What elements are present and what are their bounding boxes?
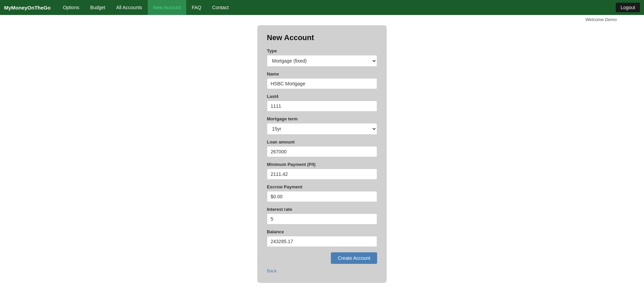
loan-amount-input[interactable] xyxy=(267,146,377,157)
brand-logo: MyMoneyOnTheGo xyxy=(4,5,51,11)
mortgage-term-select[interactable]: 10yr 15yr 20yr 25yr 30yr xyxy=(267,123,377,135)
type-label: Type xyxy=(267,48,377,53)
mortgage-term-label: Mortgage term xyxy=(267,116,377,121)
main-content: New Account Type Mortgage (fixed) Checki… xyxy=(0,15,644,297)
min-payment-group: Minimum Payment (P/I) xyxy=(267,162,377,180)
mortgage-term-group: Mortgage term 10yr 15yr 20yr 25yr 30yr xyxy=(267,116,377,135)
type-select[interactable]: Mortgage (fixed) Checking Savings Credit… xyxy=(267,55,377,67)
escrow-label: Escrow Payment xyxy=(267,184,377,189)
balance-label: Balance xyxy=(267,229,377,234)
new-account-card: New Account Type Mortgage (fixed) Checki… xyxy=(257,25,387,283)
type-group: Type Mortgage (fixed) Checking Savings C… xyxy=(267,48,377,67)
welcome-text: Welcome Demo xyxy=(585,17,617,22)
interest-group: Interest rate xyxy=(267,207,377,224)
balance-input[interactable] xyxy=(267,236,377,247)
name-group: Name xyxy=(267,71,377,89)
nav-item-contact[interactable]: Contact xyxy=(207,0,234,15)
back-link[interactable]: Back xyxy=(267,268,277,273)
create-account-button[interactable]: Create Account xyxy=(331,252,377,264)
name-input[interactable] xyxy=(267,78,377,89)
last4-group: Last4 xyxy=(267,94,377,112)
nav-links: Options Budget All Accounts New Account … xyxy=(58,0,616,15)
balance-group: Balance xyxy=(267,229,377,247)
nav-item-budget[interactable]: Budget xyxy=(85,0,111,15)
escrow-group: Escrow Payment xyxy=(267,184,377,202)
name-label: Name xyxy=(267,71,377,77)
logout-button[interactable]: Logout xyxy=(616,3,640,12)
last4-input[interactable] xyxy=(267,101,377,112)
min-payment-input[interactable] xyxy=(267,169,377,180)
interest-label: Interest rate xyxy=(267,207,377,212)
form-actions: Create Account xyxy=(267,252,377,264)
nav-item-faq[interactable]: FAQ xyxy=(186,0,207,15)
nav-item-options[interactable]: Options xyxy=(58,0,85,15)
loan-amount-group: Loan amount xyxy=(267,139,377,157)
nav-item-new-account[interactable]: New Account xyxy=(148,0,187,15)
nav-item-all-accounts[interactable]: All Accounts xyxy=(111,0,147,15)
form-title: New Account xyxy=(267,33,377,42)
loan-amount-label: Loan amount xyxy=(267,139,377,145)
navbar: MyMoneyOnTheGo Options Budget All Accoun… xyxy=(0,0,644,15)
back-link-container: Back xyxy=(267,268,377,273)
escrow-input[interactable] xyxy=(267,191,377,202)
last4-label: Last4 xyxy=(267,94,377,99)
interest-input[interactable] xyxy=(267,214,377,224)
min-payment-label: Minimum Payment (P/I) xyxy=(267,162,377,167)
